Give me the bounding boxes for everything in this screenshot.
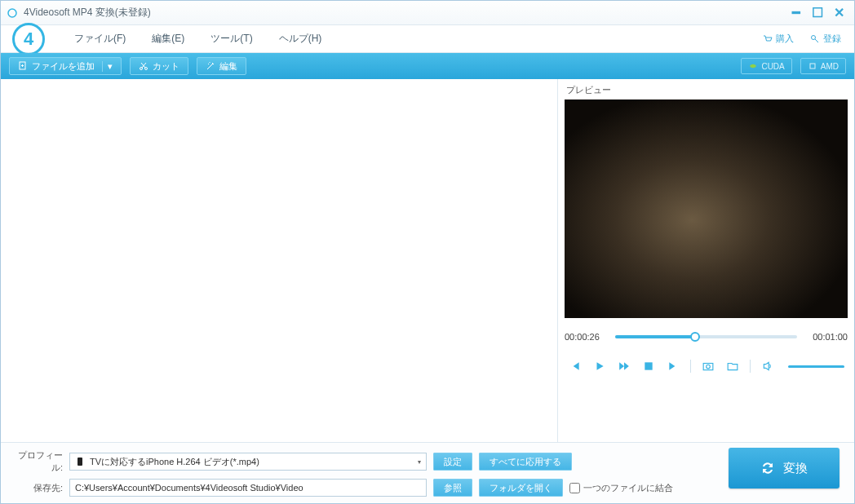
add-file-button[interactable]: ファイルを追加 ▾ [9, 57, 122, 75]
time-current: 00:00:26 [565, 332, 609, 342]
file-list[interactable] [1, 79, 557, 442]
scissors-icon [139, 61, 148, 71]
settings-button[interactable]: 設定 [433, 453, 472, 471]
cut-button[interactable]: カット [130, 57, 188, 75]
cuda-badge[interactable]: CUDA [741, 58, 791, 74]
open-output-button[interactable]: フォルダを開く [479, 479, 563, 497]
menu-file[interactable]: ファイル(F) [63, 29, 137, 49]
cart-icon [763, 34, 773, 44]
seek-track[interactable] [615, 335, 797, 338]
wand-icon [206, 61, 215, 71]
convert-button[interactable]: 変換 [729, 448, 839, 489]
apply-all-button[interactable]: すべてに応用する [479, 453, 572, 471]
amd-label: AMD [821, 62, 839, 71]
svg-point-1 [812, 35, 816, 39]
nvidia-icon [748, 61, 758, 71]
convert-icon [760, 461, 775, 475]
register-link[interactable]: 登録 [804, 29, 848, 48]
browse-button[interactable]: 参照 [433, 479, 472, 497]
edit-label: 編集 [219, 60, 237, 73]
maximize-button[interactable]: ☐ [808, 6, 826, 20]
svg-point-0 [8, 9, 16, 17]
merge-checkbox[interactable]: 一つのファイルに結合 [569, 482, 673, 494]
playback-controls [565, 359, 848, 374]
svg-rect-5 [810, 64, 815, 69]
app-logo: 4 [12, 23, 45, 55]
volume-button[interactable] [760, 359, 775, 374]
amd-icon [808, 61, 817, 71]
menu-help[interactable]: ヘルプ(H) [268, 29, 334, 49]
add-file-label: ファイルを追加 [32, 60, 95, 73]
seek-bar: 00:00:26 00:01:00 [565, 329, 848, 344]
key-icon [810, 34, 820, 44]
svg-rect-6 [645, 362, 652, 369]
open-folder-button[interactable] [725, 359, 740, 374]
profile-dropdown[interactable]: TVに対応するiPhone H.264 ビデオ(*.mp4) ▾ [69, 453, 427, 471]
play-button[interactable] [592, 359, 607, 374]
svg-point-8 [707, 365, 711, 369]
save-label: 保存先: [9, 482, 63, 494]
svg-rect-9 [78, 458, 82, 466]
amd-badge[interactable]: AMD [800, 58, 846, 74]
title-bar: 4Videosoft MP4 変換(未登録) ━ ☐ ✕ [1, 1, 854, 25]
preview-panel: プレビュー 00:00:26 00:01:00 [557, 79, 854, 442]
edit-button[interactable]: 編集 [197, 57, 246, 75]
buy-link[interactable]: 購入 [756, 29, 800, 48]
app-icon [7, 8, 17, 18]
profile-value: TVに対応するiPhone H.264 ビデオ(*.mp4) [90, 456, 259, 468]
menu-bar: 4 ファイル(F) 編集(E) ツール(T) ヘルプ(H) 購入 登録 [1, 25, 854, 53]
buy-label: 購入 [776, 33, 794, 45]
stop-button[interactable] [641, 359, 656, 374]
add-file-icon [18, 61, 28, 71]
menu-edit[interactable]: 編集(E) [140, 29, 196, 49]
preview-label: プレビュー [565, 82, 848, 99]
window-title: 4Videosoft MP4 変換(未登録) [24, 6, 151, 20]
profile-label: プロフィール: [9, 449, 63, 474]
merge-label: 一つのファイルに結合 [583, 482, 673, 494]
cuda-label: CUDA [761, 62, 784, 71]
save-path-input[interactable]: C:¥Users¥Account¥Documents¥4Videosoft St… [69, 479, 427, 497]
minimize-button[interactable]: ━ [787, 6, 805, 20]
next-button[interactable] [666, 359, 680, 374]
volume-slider[interactable] [788, 365, 844, 368]
footer: プロフィール: TVに対応するiPhone H.264 ビデオ(*.mp4) ▾… [1, 442, 854, 503]
preview-video[interactable] [565, 99, 848, 318]
snapshot-button[interactable] [701, 359, 715, 374]
cut-label: カット [153, 60, 179, 73]
register-label: 登録 [823, 33, 841, 45]
menu-tool[interactable]: ツール(T) [199, 29, 264, 49]
prev-button[interactable] [568, 359, 583, 374]
merge-checkbox-input[interactable] [569, 483, 580, 493]
convert-label: 変換 [783, 461, 808, 476]
time-total: 00:01:00 [804, 332, 848, 342]
fastfwd-button[interactable] [617, 359, 631, 374]
close-button[interactable]: ✕ [830, 6, 848, 20]
device-icon [75, 457, 85, 466]
toolbar: ファイルを追加 ▾ カット 編集 CUDA AMD [1, 53, 854, 79]
